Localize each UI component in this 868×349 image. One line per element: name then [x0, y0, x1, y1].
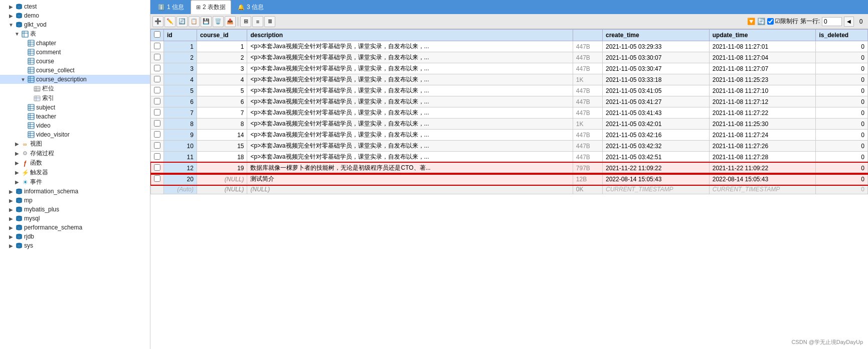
col-create-time[interactable]: create_time	[602, 30, 709, 41]
col-description[interactable]: description	[247, 30, 573, 41]
row-checkbox-cell[interactable]	[151, 119, 164, 130]
list-view-button[interactable]: ≡	[252, 16, 263, 27]
row-checkbox-cell[interactable]	[151, 96, 164, 107]
row-checkbox-cell[interactable]	[151, 185, 164, 194]
sidebar-item-rjdb[interactable]: ▶rjdb	[0, 232, 150, 241]
sidebar-item-course_collect[interactable]: course_collect	[0, 66, 150, 75]
sidebar-item-course[interactable]: course	[0, 57, 150, 66]
row-checkbox[interactable]	[154, 76, 160, 82]
sidebar-item-mysql[interactable]: ▶mysql	[0, 214, 150, 223]
tree-icon-table	[27, 112, 35, 121]
row-checkbox-cell[interactable]	[151, 163, 164, 174]
first-row-input[interactable]	[822, 17, 842, 26]
table-row[interactable]: 44<p>本套Java视频完全针对零基础学员，课堂实录，自发布以来，...1K2…	[151, 74, 868, 85]
row-checkbox-cell[interactable]	[151, 85, 164, 96]
col-size[interactable]	[573, 30, 602, 41]
filter-icon[interactable]: 🔽	[747, 18, 755, 25]
row-checkbox[interactable]	[154, 98, 160, 104]
tab-info1[interactable]: ℹ️1 信息	[152, 0, 190, 14]
table-row[interactable]: 22<p>本套Java视频完全针对零基础学员，课堂实录，自发布以来，...447…	[151, 52, 868, 63]
sidebar-item-information_schema[interactable]: ▶information_schema	[0, 187, 150, 196]
row-checkbox-cell[interactable]	[151, 107, 164, 119]
delete-button[interactable]: 🗑️	[213, 16, 224, 27]
table-row[interactable]: 20(NULL)测试简介12B2022-08-14 15:05:432022-0…	[151, 174, 868, 185]
sidebar-item-subject[interactable]: subject	[0, 103, 150, 112]
sidebar-item-tables[interactable]: ▼表	[0, 29, 150, 39]
table-row[interactable]: 55<p>本套Java视频完全针对零基础学员，课堂实录，自发布以来，...447…	[151, 85, 868, 96]
col-course-id[interactable]: course_id	[197, 30, 247, 41]
table-row[interactable]: 11<p>本套Java视频完全针对零基础学员，课堂实录，自发布以来，...447…	[151, 41, 868, 52]
add-row-button[interactable]: ➕	[152, 16, 163, 27]
row-checkbox[interactable]	[154, 54, 160, 60]
sidebar-item-col_group[interactable]: 栏位	[0, 84, 150, 93]
sidebar-item-sys[interactable]: ▶sys	[0, 241, 150, 250]
sidebar-item-comment[interactable]: comment	[0, 48, 150, 57]
col-is-deleted[interactable]: is_deleted	[816, 30, 868, 41]
sidebar-item-idx_group[interactable]: 索引	[0, 93, 150, 103]
row-checkbox[interactable]	[154, 109, 160, 115]
table-row[interactable]: 88<p>本套Java视频完全针对零基础学员，课堂实录，自发布以来，...1K2…	[151, 119, 868, 130]
table-row[interactable]: 33<p>本套Java视频完全针对零基础学员，课堂实录，自发布以来，...447…	[151, 63, 868, 74]
tree-label-mp: mp	[24, 197, 33, 204]
sidebar-item-procs[interactable]: ▶⚙存储过程	[0, 149, 150, 158]
refresh-icon[interactable]: 🔄	[757, 18, 765, 25]
sidebar-item-demo[interactable]: ▶demo	[0, 11, 150, 20]
row-checkbox[interactable]	[154, 153, 160, 160]
sidebar-item-performance_schema[interactable]: ▶performance_schema	[0, 223, 150, 232]
tab-info3[interactable]: 🔔3 信息	[232, 0, 269, 14]
col-id[interactable]: id	[164, 30, 197, 41]
cell-description: <p>本套Java视频完全针对零基础学员，课堂实录，自发布以来，...	[247, 152, 573, 163]
row-checkbox-cell[interactable]	[151, 141, 164, 152]
limit-check[interactable]: ☑限制行	[767, 17, 798, 26]
form-view-button[interactable]: ≣	[264, 16, 275, 27]
row-checkbox-cell[interactable]	[151, 130, 164, 141]
row-checkbox[interactable]	[154, 87, 160, 93]
duplicate-button[interactable]: 🔄	[177, 16, 188, 27]
row-checkbox[interactable]	[154, 131, 160, 138]
sidebar-item-video[interactable]: video	[0, 121, 150, 130]
sidebar-item-views[interactable]: ▶∞视图	[0, 139, 150, 149]
export-button[interactable]: 📤	[225, 16, 236, 27]
row-checkbox[interactable]	[154, 164, 160, 171]
row-checkbox[interactable]	[154, 43, 160, 49]
grid-view-button[interactable]: ⊞	[240, 16, 251, 27]
row-checkbox-cell[interactable]	[151, 152, 164, 163]
row-checkbox[interactable]	[154, 65, 160, 71]
col-update-time[interactable]: update_time	[709, 30, 816, 41]
sidebar-item-glkt_vod[interactable]: ▼glkt_vod	[0, 20, 150, 29]
save-button[interactable]: 💾	[201, 16, 212, 27]
sidebar-item-mp[interactable]: ▶mp	[0, 196, 150, 205]
row-checkbox[interactable]	[154, 175, 160, 182]
copy-button[interactable]: 📋	[189, 16, 200, 27]
sidebar-item-video_visitor[interactable]: video_visitor	[0, 130, 150, 139]
select-all-checkbox[interactable]	[154, 31, 160, 38]
table-row[interactable]: 66<p>本套Java视频完全针对零基础学员，课堂实录，自发布以来，...447…	[151, 96, 868, 107]
sidebar-item-ctest[interactable]: ▶ctest	[0, 2, 150, 11]
row-checkbox-cell[interactable]	[151, 63, 164, 74]
sidebar-item-events[interactable]: ▶☀事件	[0, 177, 150, 187]
table-row[interactable]: (Auto)(NULL)(NULL)0KCURRENT_TIMESTAMPCUR…	[151, 185, 868, 194]
sidebar-item-teacher[interactable]: teacher	[0, 112, 150, 121]
row-checkbox[interactable]	[154, 142, 160, 149]
limit-checkbox[interactable]	[767, 18, 774, 25]
sidebar-item-chapter[interactable]: chapter	[0, 39, 150, 48]
select-all-header[interactable]	[151, 30, 164, 41]
row-checkbox-cell[interactable]	[151, 52, 164, 63]
table-row[interactable]: 1219数据库就像一棵萝卜者的技能树，无论是初级程序员还是CTO、著...797…	[151, 163, 868, 174]
row-checkbox-cell[interactable]	[151, 174, 164, 185]
sidebar-item-funcs[interactable]: ▶ƒ函数	[0, 158, 150, 168]
edit-button[interactable]: ✏️	[164, 16, 176, 27]
table-row[interactable]: 914<p>本套Java视频完全针对零基础学员，课堂实录，自发布以来，...44…	[151, 130, 868, 141]
sidebar-item-triggers[interactable]: ▶⚡触发器	[0, 168, 150, 177]
tab-tabledata[interactable]: ⊞2 表数据	[191, 0, 231, 14]
row-checkbox-cell[interactable]	[151, 41, 164, 52]
sidebar-item-mybatis_plus[interactable]: ▶mybatis_plus	[0, 205, 150, 214]
table-row[interactable]: 77<p>本套Java视频完全针对零基础学员，课堂实录，自发布以来，...447…	[151, 107, 868, 119]
row-checkbox-cell[interactable]	[151, 74, 164, 85]
table-row[interactable]: 1015<p>本套Java视频完全针对零基础学员，课堂实录，自发布以来，...4…	[151, 141, 868, 152]
cell-course-id: 6	[197, 96, 247, 107]
sidebar-item-course_description[interactable]: ▼course_description	[0, 75, 150, 84]
row-checkbox[interactable]	[154, 120, 160, 127]
table-row[interactable]: 1118<p>本套Java视频完全针对零基础学员，课堂实录，自发布以来，...4…	[151, 152, 868, 163]
prev-page-button[interactable]: ◀	[844, 17, 854, 27]
